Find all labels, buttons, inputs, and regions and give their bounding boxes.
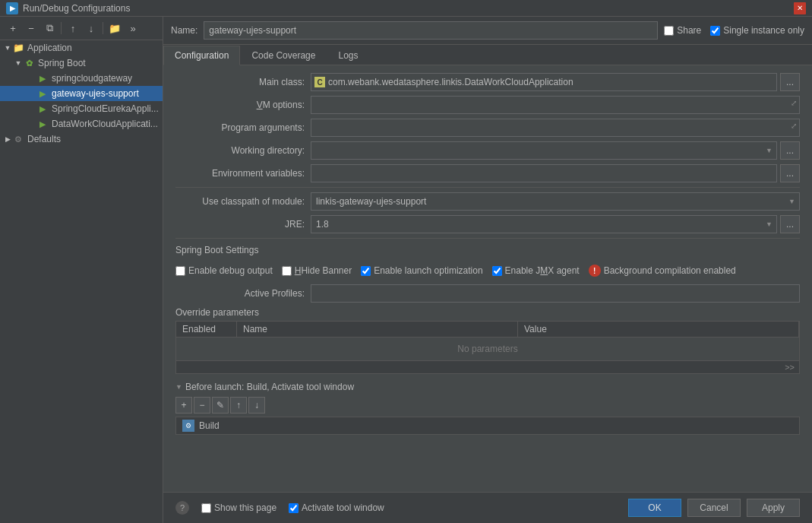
spring-boot-settings-row: Enable debug output HHide Banner Enable … xyxy=(175,260,800,281)
before-launch-arrow: ▼ xyxy=(175,383,182,391)
copy-config-button[interactable]: ⧉ xyxy=(41,20,58,36)
move-down-button[interactable]: ↓ xyxy=(83,20,100,36)
right-buttons: OK Cancel Apply xyxy=(628,499,800,517)
jre-select[interactable]: 1.8 xyxy=(311,215,777,233)
tab-code-coverage[interactable]: Code Coverage xyxy=(240,46,327,65)
sidebar-item-label-springcloudgateway: springcloudgateway xyxy=(52,73,132,84)
jre-row: JRE: 1.8 ▼ ... xyxy=(175,215,800,233)
move-up-button[interactable]: ↑ xyxy=(65,20,81,36)
sidebar-item-application[interactable]: ▼ 📁 Application xyxy=(0,40,163,55)
tabs-bar: Configuration Code Coverage Logs xyxy=(163,45,812,65)
tab-configuration[interactable]: Configuration xyxy=(163,46,240,65)
bottom-left-checks: Show this page Activate tool window xyxy=(201,502,616,513)
vm-options-label: VM options: xyxy=(175,100,305,110)
before-launch-edit-button[interactable]: ✎ xyxy=(212,397,229,414)
env-vars-input[interactable] xyxy=(311,164,777,182)
debug-output-label[interactable]: Enable debug output xyxy=(188,265,273,276)
right-panel: Name: Share Single instance only Configu… xyxy=(163,17,812,523)
sidebar-item-springcloud-eureka[interactable]: ▶ SpringCloudEurekaAppli... xyxy=(0,101,163,116)
env-vars-dots-button[interactable]: ... xyxy=(780,164,800,182)
hide-banner-item: HHide Banner xyxy=(282,265,352,276)
jre-dots-button[interactable]: ... xyxy=(780,215,800,233)
remove-config-button[interactable]: − xyxy=(23,20,39,36)
activate-tool-label[interactable]: Activate tool window xyxy=(289,502,384,513)
hide-banner-label[interactable]: HHide Banner xyxy=(295,265,352,276)
ok-button[interactable]: OK xyxy=(628,499,681,517)
sidebar-item-label-eureka: SpringCloudEurekaAppli... xyxy=(52,103,159,114)
expand-arrow-defaults: ▶ xyxy=(3,135,12,143)
more-params-icon: >> xyxy=(785,363,795,372)
working-dir-input[interactable] xyxy=(311,141,777,160)
debug-output-item: Enable debug output xyxy=(175,265,273,276)
toolbar-separator xyxy=(61,22,62,34)
enable-jmx-label[interactable]: Enable JMX agent xyxy=(505,265,580,276)
single-instance-label[interactable]: Single instance only xyxy=(710,25,804,36)
enable-jmx-item: Enable JMX agent xyxy=(492,265,580,276)
working-dir-dots-button[interactable]: ... xyxy=(780,141,800,160)
program-args-input[interactable] xyxy=(311,119,800,137)
args-expand-icon: ⤢ xyxy=(791,122,797,130)
help-icon[interactable]: ? xyxy=(175,501,189,515)
divider-2 xyxy=(175,238,800,239)
params-table-header: Enabled Name Value xyxy=(176,322,799,338)
folder-button[interactable]: 📁 xyxy=(106,20,123,36)
toolbar-separator-2 xyxy=(103,22,103,34)
params-table-body: No parameters xyxy=(176,338,799,360)
show-page-label[interactable]: Show this page xyxy=(201,502,276,513)
title-bar-title: Run/Debug Configurations xyxy=(23,3,130,14)
classpath-select[interactable]: linkis-gateway-ujes-support xyxy=(311,192,800,211)
sidebar-item-label-defaults: Defaults xyxy=(27,134,61,144)
close-button[interactable]: ✕ xyxy=(794,2,806,14)
show-page-checkbox[interactable] xyxy=(201,503,211,513)
sidebar-item-spring-boot[interactable]: ▼ ✿ Spring Boot xyxy=(0,55,163,71)
tab-logs[interactable]: Logs xyxy=(327,46,369,65)
sidebar-item-gateway-ujes-support[interactable]: ▶ gateway-ujes-support xyxy=(0,86,163,101)
bg-compilation-item: ! Background compilation enabled xyxy=(589,265,736,277)
debug-output-checkbox[interactable] xyxy=(175,266,185,276)
vm-options-row: VM options: ⤢ xyxy=(175,96,800,114)
vm-expand-icon: ⤢ xyxy=(791,99,797,107)
enable-jmx-checkbox[interactable] xyxy=(492,266,502,276)
classpath-row: Use classpath of module: linkis-gateway-… xyxy=(175,192,800,211)
name-bar: Name: Share Single instance only xyxy=(163,17,812,45)
enable-launch-label[interactable]: Enable launch optimization xyxy=(374,265,482,276)
cancel-button[interactable]: Cancel xyxy=(687,499,741,517)
share-checkbox-label[interactable]: Share xyxy=(664,25,701,36)
activate-tool-checkbox[interactable] xyxy=(289,503,299,513)
before-launch-remove-button[interactable]: − xyxy=(194,397,210,414)
active-profiles-label: Active Profiles: xyxy=(175,288,305,299)
apply-button[interactable]: Apply xyxy=(747,499,800,517)
active-profiles-input[interactable] xyxy=(311,284,800,303)
build-icon: ⚙ xyxy=(182,420,194,432)
before-launch-down-button[interactable]: ↓ xyxy=(248,397,265,414)
single-instance-checkbox[interactable] xyxy=(710,26,720,36)
vm-options-input[interactable] xyxy=(311,96,800,114)
sidebar-toolbar: + − ⧉ ↑ ↓ 📁 » xyxy=(0,17,163,40)
before-launch-header[interactable]: ▼ Before launch: Build, Activate tool wi… xyxy=(175,382,800,392)
hide-banner-checkbox[interactable] xyxy=(282,266,292,276)
before-launch-section: ▼ Before launch: Build, Activate tool wi… xyxy=(175,382,800,435)
main-class-dots-button[interactable]: ... xyxy=(780,73,800,91)
main-class-input[interactable] xyxy=(328,77,773,87)
before-launch-up-button[interactable]: ↑ xyxy=(230,397,247,414)
sidebar-item-springcloudgateway[interactable]: ▶ springcloudgateway xyxy=(0,71,163,86)
jre-label: JRE: xyxy=(175,219,305,230)
sidebar: + − ⧉ ↑ ↓ 📁 » ▼ 📁 Application ▼ ✿ Spring… xyxy=(0,17,163,523)
sidebar-item-label-spring-boot: Spring Boot xyxy=(38,58,86,68)
col-value: Value xyxy=(518,322,799,337)
env-vars-label: Environment variables: xyxy=(175,168,305,179)
env-vars-row: Environment variables: ... xyxy=(175,164,800,182)
override-params-label: Override parameters xyxy=(175,307,259,318)
add-config-button[interactable]: + xyxy=(5,20,21,36)
enable-launch-checkbox[interactable] xyxy=(361,266,371,276)
share-checkbox[interactable] xyxy=(664,26,674,36)
more-button[interactable]: » xyxy=(125,20,141,36)
name-input[interactable] xyxy=(204,21,658,40)
sidebar-item-defaults[interactable]: ▶ ⚙ Defaults xyxy=(0,132,163,147)
before-launch-add-button[interactable]: + xyxy=(175,397,192,414)
main-class-label: Main class: xyxy=(175,77,305,87)
before-launch-toolbar: + − ✎ ↑ ↓ xyxy=(175,397,800,414)
build-label: Build xyxy=(199,420,220,431)
divider-1 xyxy=(175,187,800,188)
sidebar-item-datawork[interactable]: ▶ DataWorkCloudApplicati... xyxy=(0,116,163,132)
